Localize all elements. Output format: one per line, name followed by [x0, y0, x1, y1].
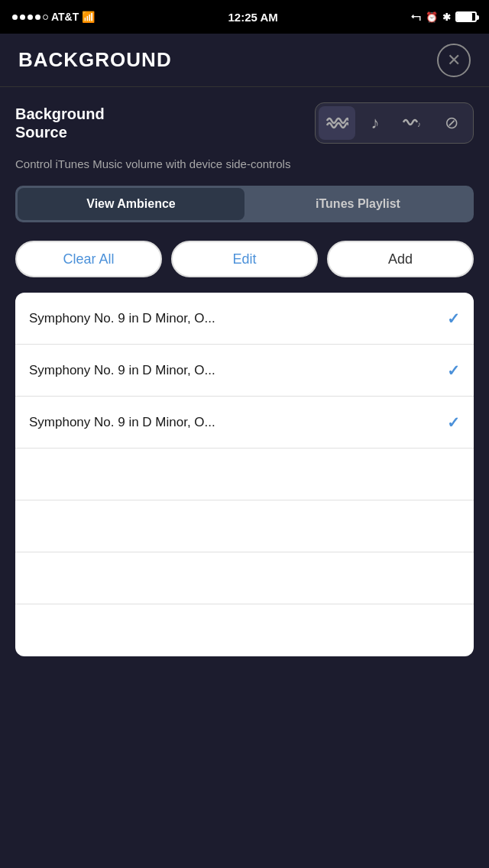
- page-title: BACKGROUND: [18, 48, 172, 72]
- background-source-label: BackgroundSource: [15, 105, 105, 141]
- alarm-icon: ⏰: [426, 11, 438, 23]
- battery-fill: [457, 13, 472, 21]
- main-container: BACKGROUND ✕ BackgroundSource ♪: [0, 34, 489, 868]
- edit-button[interactable]: Edit: [171, 241, 318, 277]
- playlist-item-3[interactable]: Symphony No. 9 in D Minor, O... ✓: [15, 397, 474, 449]
- playlist-item-7: [15, 604, 474, 656]
- wave-music-button[interactable]: ♪: [395, 106, 432, 140]
- status-time: 12:25 AM: [228, 11, 277, 24]
- add-button[interactable]: Add: [327, 241, 474, 277]
- dot-1: [12, 15, 18, 20]
- music-note-icon: ♪: [371, 113, 380, 133]
- carrier-label: AT&T: [51, 11, 79, 23]
- clear-all-button[interactable]: Clear All: [15, 241, 162, 277]
- cancel-icon: ⊘: [445, 113, 458, 133]
- playlist-item-3-title: Symphony No. 9 in D Minor, O...: [29, 415, 215, 430]
- description-text: Control iTunes Music volume with device …: [15, 156, 474, 172]
- wave-music-icon: ♪: [402, 115, 425, 131]
- wave-icon: [325, 115, 348, 131]
- signal-dots: [12, 15, 48, 20]
- playlist-item-6[interactable]: [15, 552, 474, 604]
- playlist-container: Symphony No. 9 in D Minor, O... ✓ Sympho…: [15, 293, 474, 656]
- none-button[interactable]: ⊘: [433, 106, 470, 140]
- playlist-item-2-title: Symphony No. 9 in D Minor, O...: [29, 363, 215, 378]
- close-button[interactable]: ✕: [437, 44, 471, 77]
- playlist-item-3-check: ✓: [447, 413, 460, 432]
- segmented-control: View Ambience iTunes Playlist: [15, 186, 474, 222]
- background-source-row: BackgroundSource ♪: [15, 102, 474, 144]
- playlist-item-2-check: ✓: [447, 361, 460, 380]
- header: BACKGROUND ✕: [0, 34, 489, 87]
- bluetooth-icon: ✱: [442, 11, 451, 23]
- music-note-button[interactable]: ♪: [357, 106, 393, 140]
- location-icon: ⮢: [411, 11, 421, 23]
- wave-icon-button[interactable]: [319, 106, 355, 140]
- icon-selector: ♪ ♪ ⊘: [315, 102, 474, 144]
- playlist-item-2[interactable]: Symphony No. 9 in D Minor, O... ✓: [15, 345, 474, 397]
- playlist-item-4[interactable]: [15, 449, 474, 500]
- status-bar: AT&T 📶 12:25 AM ⮢ ⏰ ✱: [0, 0, 489, 34]
- content-area: BackgroundSource ♪: [0, 87, 489, 656]
- battery-indicator: [455, 11, 477, 22]
- status-right: ⮢ ⏰ ✱: [411, 11, 477, 23]
- svg-text:♪: ♪: [417, 120, 421, 128]
- dot-5: [43, 15, 48, 20]
- playlist-item-1-title: Symphony No. 9 in D Minor, O...: [29, 311, 215, 326]
- tab-view-ambience[interactable]: View Ambience: [18, 188, 244, 220]
- status-left: AT&T 📶: [12, 11, 95, 23]
- dot-4: [35, 15, 40, 20]
- wifi-icon: 📶: [82, 11, 95, 23]
- playlist-item-5[interactable]: [15, 500, 474, 552]
- playlist-item-1[interactable]: Symphony No. 9 in D Minor, O... ✓: [15, 293, 474, 345]
- dot-3: [28, 15, 33, 20]
- playlist-item-1-check: ✓: [447, 309, 460, 328]
- tab-itunes-playlist[interactable]: iTunes Playlist: [244, 188, 471, 220]
- dot-2: [20, 15, 25, 20]
- action-buttons-row: Clear All Edit Add: [15, 241, 474, 277]
